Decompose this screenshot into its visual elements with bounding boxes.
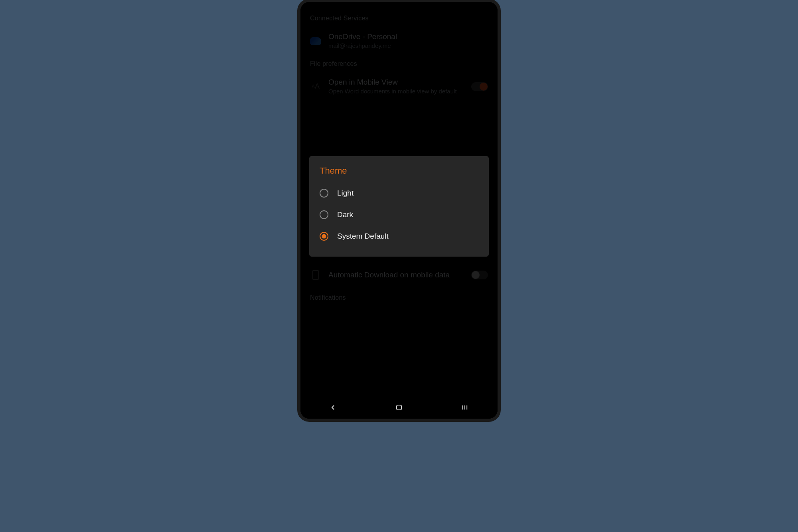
- radio-icon: [320, 189, 328, 198]
- nav-recents-button[interactable]: [460, 403, 470, 412]
- phone-frame: Connected Services OneDrive - Personal m…: [297, 0, 501, 422]
- dialog-title: Theme: [309, 166, 489, 182]
- radio-label: Light: [337, 189, 354, 198]
- android-navbar: [300, 396, 498, 419]
- radio-icon: [320, 210, 328, 219]
- radio-icon: [320, 232, 328, 241]
- theme-dialog-overlay[interactable]: Theme Light Dark System Default: [300, 2, 498, 419]
- theme-dialog: Theme Light Dark System Default: [309, 156, 489, 257]
- theme-option-system-default[interactable]: System Default: [309, 225, 489, 247]
- settings-screen: Connected Services OneDrive - Personal m…: [300, 2, 498, 419]
- theme-option-light[interactable]: Light: [309, 182, 489, 204]
- radio-label: Dark: [337, 210, 353, 219]
- svg-rect-1: [397, 405, 401, 410]
- nav-home-button[interactable]: [394, 403, 404, 412]
- radio-label: System Default: [337, 232, 389, 241]
- theme-option-dark[interactable]: Dark: [309, 204, 489, 225]
- nav-back-button[interactable]: [328, 403, 338, 412]
